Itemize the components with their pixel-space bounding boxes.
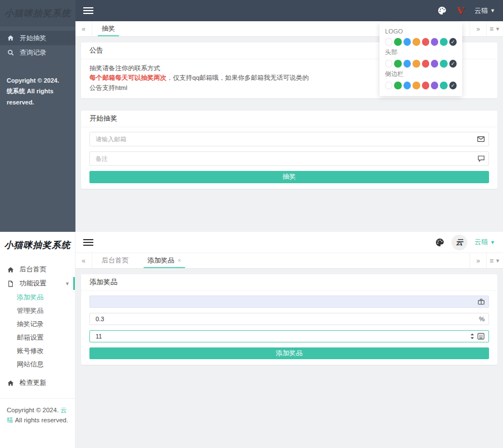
home-icon (7, 35, 14, 41)
avatar[interactable]: V (454, 2, 467, 19)
sidebar-dark: 小猫咪抽奖系统 开始抽奖 查询记录 Copyright © 2024. 统系统 … (0, 0, 75, 232)
submenu-account-modify[interactable]: 账号修改 (0, 344, 75, 358)
email-field[interactable] (89, 132, 489, 146)
tab-list-icon[interactable]: ≡▼ (486, 253, 503, 268)
color-dot[interactable] (385, 38, 392, 46)
color-dot[interactable] (385, 82, 392, 89)
sidebar-color-row: ✓ (385, 82, 457, 89)
content-area: 添加奖品 % (75, 269, 503, 448)
user-menu[interactable]: 云猫 ▼ (474, 6, 495, 16)
sidebar-item-label: 功能设置 (20, 279, 46, 288)
theme-section-logo: LOGO (385, 28, 457, 35)
note-field-wrap (89, 151, 489, 166)
stepper-icon[interactable] (470, 333, 474, 340)
admin-app: 小猫咪抽奖系统 后台首页 功能设置 ▼ 添加奖品 管理奖品 抽奖记录 邮箱设置 … (0, 232, 503, 448)
hamburger-icon[interactable] (83, 7, 93, 15)
draw-button[interactable]: 抽奖 (89, 171, 489, 183)
caret-down-icon: ▼ (490, 8, 495, 13)
add-prize-title: 添加奖品 (81, 274, 497, 291)
sidebar-nav: 后台首页 功能设置 ▼ 添加奖品 管理奖品 抽奖记录 邮箱设置 账号修改 网站信… (0, 263, 75, 390)
color-dot[interactable] (404, 82, 411, 89)
tab-scroll-right-icon[interactable]: » (469, 253, 486, 268)
color-dot[interactable] (404, 38, 411, 46)
number-pad-icon (477, 333, 485, 340)
color-dot-selected[interactable]: ✓ (449, 60, 457, 68)
sidebar-item-start-lottery[interactable]: 开始抽奖 (0, 31, 75, 45)
probability-field[interactable] (89, 313, 489, 325)
prize-name-field[interactable] (89, 296, 489, 308)
color-dot[interactable] (394, 82, 401, 89)
search-icon (7, 49, 14, 56)
check-icon: ✓ (451, 61, 455, 66)
color-dot[interactable] (431, 82, 438, 89)
close-icon[interactable]: × (178, 258, 181, 264)
sidebar-item-label: 查询记录 (20, 48, 46, 58)
submenu-email-settings[interactable]: 邮箱设置 (0, 331, 75, 344)
theme-section-sidebar: 侧边栏 (385, 70, 457, 78)
lottery-form-body: 抽奖 (81, 127, 497, 189)
tabbar-spacer (191, 253, 469, 268)
color-dot[interactable] (412, 60, 420, 68)
lottery-form-title: 开始抽奖 (81, 111, 497, 127)
color-dot[interactable] (422, 38, 429, 46)
palette-icon[interactable] (438, 6, 447, 15)
avatar[interactable]: 云 (452, 235, 467, 250)
check-icon: ✓ (451, 83, 455, 88)
sidebar-item-function-settings[interactable]: 功能设置 ▼ (0, 277, 75, 290)
sidebar-light: 小猫咪抽奖系统 后台首页 功能设置 ▼ 添加奖品 管理奖品 抽奖记录 邮箱设置 … (0, 232, 75, 448)
sidebar-item-label: 开始抽奖 (20, 34, 46, 43)
submenu-draw-records[interactable]: 抽奖记录 (0, 317, 75, 331)
add-prize-card: 添加奖品 % (81, 274, 497, 365)
tab-scroll-left-icon[interactable]: « (75, 21, 92, 36)
color-dot-selected[interactable]: ✓ (449, 82, 457, 89)
color-dot[interactable] (422, 82, 429, 89)
submenu-site-info[interactable]: 网站信息 (0, 358, 75, 371)
color-dot-selected[interactable]: ✓ (449, 38, 457, 46)
app-logo: 小猫咪抽奖系统 (0, 0, 75, 27)
theme-picker-panel: LOGO ✓ 头部 ✓ 侧边栏 ✓ (379, 22, 462, 96)
tab-lottery[interactable]: 抽奖 (92, 21, 125, 36)
color-dot[interactable] (440, 60, 447, 68)
color-dot[interactable] (394, 38, 401, 46)
color-dot[interactable] (440, 38, 447, 46)
caret-down-icon: ▼ (65, 281, 70, 287)
lottery-front-app: 小猫咪抽奖系统 开始抽奖 查询记录 Copyright © 2024. 统系统 … (0, 0, 503, 232)
copyright-prefix: Copyright © 2024. (7, 407, 60, 413)
color-dot[interactable] (412, 82, 420, 89)
add-prize-button[interactable]: 添加奖品 (89, 347, 489, 359)
copyright-line1: Copyright © 2024. (7, 75, 69, 86)
user-menu[interactable]: 云猫 ▼ (474, 237, 495, 247)
tab-scroll-left-icon[interactable]: « (75, 253, 92, 268)
prize-name-field-wrap (89, 296, 489, 308)
submenu-manage-prizes[interactable]: 管理奖品 (0, 304, 75, 317)
probability-field-wrap: % (89, 313, 489, 325)
tab-label: 后台首页 (102, 256, 129, 265)
submenu-add-prize[interactable]: 添加奖品 (0, 290, 75, 304)
hamburger-icon[interactable] (83, 239, 93, 246)
percent-icon: % (479, 316, 485, 322)
quantity-stepper[interactable] (89, 330, 489, 342)
check-icon: ✓ (451, 40, 455, 45)
sidebar-item-admin-home[interactable]: 后台首页 (0, 263, 75, 277)
page: 小猫咪抽奖系统 开始抽奖 查询记录 Copyright © 2024. 统系统 … (0, 0, 503, 448)
palette-icon[interactable] (435, 238, 444, 247)
tab-list-icon[interactable]: ≡▼ (486, 21, 503, 36)
color-dot[interactable] (404, 60, 411, 68)
color-dot[interactable] (412, 38, 420, 46)
color-dot[interactable] (431, 38, 438, 46)
tab-admin-home[interactable]: 后台首页 (92, 253, 138, 268)
color-dot[interactable] (431, 60, 438, 68)
tab-add-prize[interactable]: 添加奖品 × (138, 253, 191, 268)
color-dot[interactable] (394, 60, 401, 68)
sidebar-item-query-records[interactable]: 查询记录 (0, 45, 75, 60)
color-dot[interactable] (385, 60, 392, 68)
header-right: V 云猫 ▼ (438, 2, 495, 19)
color-dot[interactable] (440, 82, 447, 89)
sidebar-item-label: 检查更新 (20, 378, 46, 388)
tab-scroll-right-icon[interactable]: » (469, 21, 486, 36)
header-right: 云 云猫 ▼ (435, 235, 495, 250)
theme-section-header: 头部 (385, 48, 457, 56)
note-field[interactable] (89, 151, 489, 166)
color-dot[interactable] (422, 60, 429, 68)
sidebar-item-check-update[interactable]: 检查更新 (0, 376, 75, 390)
